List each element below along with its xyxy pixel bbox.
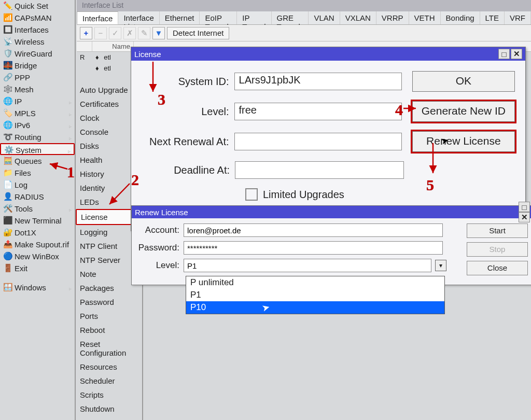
submenu-resources[interactable]: Resources [76, 360, 142, 374]
sidebar-item-tools[interactable]: 🛠️Tools▹ [0, 203, 75, 215]
stop-button: Stop [467, 242, 528, 257]
submenu-scheduler[interactable]: Scheduler [76, 374, 142, 388]
ppp-icon: 🔗 [3, 73, 11, 81]
sidebar-item-wireless[interactable]: 📡Wireless [0, 36, 75, 48]
limited-upgrades-label: Limited Upgrades [263, 189, 344, 201]
step-3: 3 [158, 91, 165, 108]
mesh-icon: 🕸️ [3, 85, 11, 93]
tab-interface-list[interactable]: Interface List [118, 11, 159, 24]
tab-lte[interactable]: LTE [480, 11, 505, 24]
remove-button: − [94, 27, 107, 39]
generate-new-id-button[interactable]: Generate New ID [412, 101, 515, 122]
comment-button: ✎ [138, 27, 150, 39]
submenu-scripts[interactable]: Scripts [76, 388, 142, 402]
nic-icon: 🔲 [3, 25, 11, 34]
sidebar-item-system[interactable]: ⚙️System▹ [0, 143, 75, 155]
tab-interface[interactable]: Interface [77, 11, 118, 24]
chevron-right-icon: ▹ [69, 110, 72, 118]
renew-titlebar[interactable]: Renew License □ ✕ [132, 206, 531, 218]
flag-cell [77, 63, 92, 73]
sidebar-item-exit[interactable]: 🚪Exit [0, 262, 75, 274]
dropdown-option-p10[interactable]: P10 [186, 301, 444, 314]
bridge-icon: 🌉 [3, 61, 11, 69]
close-button[interactable]: Close [467, 261, 528, 275]
start-button[interactable]: Start [467, 223, 528, 238]
ipv6-icon: 🌐 [3, 121, 11, 129]
close-button[interactable]: ✕ [511, 49, 522, 59]
dropdown-arrow-icon[interactable]: ▾ [435, 260, 446, 271]
sidebar-item-queues[interactable]: 🧮Queues [0, 155, 75, 167]
sidebar-item-ip[interactable]: 🌐IP▹ [0, 95, 75, 107]
tab-vrf[interactable]: VRF [505, 11, 531, 24]
add-button[interactable]: + [80, 27, 92, 39]
tab-ethernet[interactable]: Ethernet [160, 11, 200, 24]
submenu-reboot[interactable]: Reboot [76, 323, 142, 337]
deadline-field[interactable] [235, 161, 404, 179]
iflist-tabs: Interface Interface List Ethernet EoIP T… [77, 11, 531, 25]
tab-vlan[interactable]: VLAN [309, 11, 340, 24]
license-titlebar[interactable]: License □ ✕ [131, 47, 525, 61]
sidebar-item-quickset[interactable]: ✏️Quick Set [0, 0, 75, 12]
sidebar-item-interfaces[interactable]: 🔲Interfaces [0, 24, 75, 36]
tab-veth[interactable]: VETH [409, 11, 441, 24]
close-button[interactable]: ✕ [519, 212, 530, 222]
sidebar-item-capsman[interactable]: 📶CAPsMAN [0, 12, 75, 24]
tab-iptunnel[interactable]: IP Tunnel [237, 11, 271, 24]
tab-vrrp[interactable]: VRRP [376, 11, 409, 24]
sidebar-item-wireguard[interactable]: 🛡️WireGuard [0, 48, 75, 60]
log-icon: 📄 [3, 180, 11, 189]
system-id-field[interactable]: LArs9J1pbJK [234, 73, 402, 90]
password-input[interactable] [184, 241, 443, 255]
step-5: 5 [426, 176, 434, 194]
sidebar-item-log[interactable]: 📄Log [0, 179, 75, 191]
level-field[interactable]: free [234, 103, 402, 120]
tab-eoip[interactable]: EoIP Tunnel [200, 11, 237, 24]
submenu-ports[interactable]: Ports [76, 309, 142, 323]
submenu-password[interactable]: Password [76, 295, 142, 309]
sidebar-item-newwinbox[interactable]: 🔵New WinBox [0, 250, 75, 262]
iflist-toolbar: + − ✓ ✗ ✎ ▼ Detect Internet [77, 25, 531, 41]
submenu-special-login[interactable]: Special Login [76, 416, 142, 420]
sidebar-item-ipv6[interactable]: 🌐IPv6▹ [0, 119, 75, 131]
sidebar-item-ppp[interactable]: 🔗PPP [0, 72, 75, 83]
sidebar-item-mpls[interactable]: 🏷️MPLS▹ [0, 107, 75, 119]
level-dropdown[interactable]: P unlimited P1 P10 [186, 276, 445, 314]
wand-icon: ✏️ [3, 2, 11, 10]
ok-button[interactable]: OK [412, 71, 515, 92]
sidebar-item-newterminal[interactable]: ⬛New Terminal [0, 215, 75, 227]
sidebar-item-windows[interactable]: 🪟Windows▹ [0, 282, 75, 293]
deadline-label: Deadline At: [142, 164, 235, 176]
disable-button: ✗ [123, 27, 136, 39]
submenu-resetconf[interactable]: Reset Configuration [76, 337, 142, 360]
windows-icon: 🪟 [3, 283, 11, 291]
detect-internet-button[interactable]: Detect Internet [167, 27, 229, 39]
sidebar-item-mesh[interactable]: 🕸️Mesh [0, 83, 75, 95]
sidebar-item-bridge[interactable]: 🌉Bridge [0, 60, 75, 72]
submenu-shutdown[interactable]: Shutdown [76, 402, 142, 416]
filter-button[interactable]: ▼ [152, 27, 165, 39]
limited-upgrades-checkbox[interactable] [245, 188, 258, 201]
chevron-right-icon: ▹ [69, 206, 72, 214]
col-flag [77, 41, 92, 51]
maximize-button[interactable]: □ [498, 49, 510, 59]
dropdown-option-p1[interactable]: P1 [186, 289, 444, 301]
chevron-right-icon: ▹ [69, 99, 72, 106]
wifi-icon: 📡 [3, 37, 11, 46]
exit-icon: 🚪 [3, 264, 11, 272]
account-input[interactable] [184, 223, 443, 237]
tab-bonding[interactable]: Bonding [441, 11, 480, 24]
sidebar-item-dot1x[interactable]: 🔐Dot1X [0, 227, 75, 239]
maximize-button[interactable]: □ [519, 202, 530, 212]
sidebar-item-supout[interactable]: 📤Make Supout.rif [0, 239, 75, 250]
sidebar-item-routing[interactable]: ➰Routing▹ [0, 131, 75, 143]
radius-icon: 👤 [3, 192, 11, 201]
renew-license-button[interactable]: Renew License [412, 131, 515, 152]
dropdown-option-punlimited[interactable]: P unlimited [186, 276, 444, 289]
tab-gretunnel[interactable]: GRE Tunnel [272, 11, 309, 24]
sidebar-item-files[interactable]: 📁Files [0, 167, 75, 179]
next-renewal-field[interactable] [234, 133, 402, 150]
tab-vxlan[interactable]: VXLAN [340, 11, 376, 24]
sidebar-item-radius[interactable]: 👤RADIUS [0, 191, 75, 203]
route-icon: ➰ [3, 133, 11, 141]
level-select[interactable] [184, 259, 431, 272]
